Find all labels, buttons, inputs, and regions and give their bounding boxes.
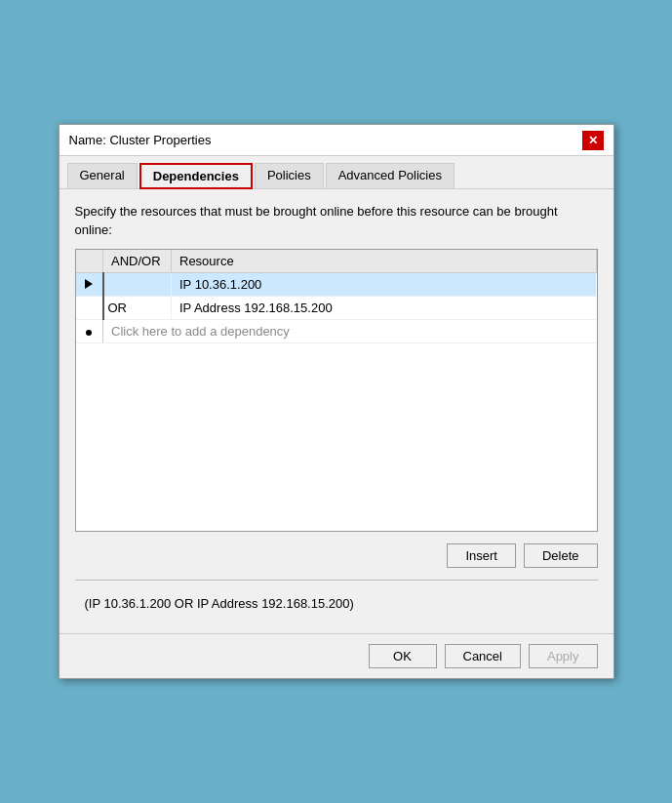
andor-cell[interactable]: OR [103, 296, 172, 319]
resource-cell[interactable]: IP 10.36.1.200 [172, 272, 597, 296]
dialog-window: Name: Cluster Properties ✕ General Depen… [59, 124, 614, 678]
add-dependency-row[interactable]: Click here to add a dependency [76, 319, 597, 342]
tab-policies[interactable]: Policies [255, 163, 324, 189]
tab-general[interactable]: General [67, 163, 138, 189]
tabs-bar: General Dependencies Policies Advanced P… [59, 156, 613, 189]
dialog-title: Name: Cluster Properties [69, 133, 212, 147]
tab-advanced-policies[interactable]: Advanced Policies [326, 163, 455, 189]
delete-button[interactable]: Delete [524, 543, 598, 568]
dependencies-grid[interactable]: AND/OR Resource IP 10.36.1.200 OR [75, 249, 598, 532]
table-row[interactable]: IP 10.36.1.200 [76, 272, 597, 296]
tab-dependencies[interactable]: Dependencies [139, 163, 253, 189]
description-text: Specify the resources that must be broug… [75, 203, 598, 238]
separator [75, 580, 598, 581]
row-indicator [76, 272, 103, 296]
content-area: Specify the resources that must be broug… [59, 189, 613, 632]
col-indicator [76, 250, 103, 273]
table-row[interactable]: OR IP Address 192.168.15.200 [76, 296, 597, 319]
dot-icon [86, 330, 92, 336]
footer-buttons: OK Cancel Apply [59, 633, 613, 678]
andor-cell[interactable] [103, 272, 172, 296]
insert-button[interactable]: Insert [447, 543, 516, 568]
apply-button[interactable]: Apply [529, 644, 598, 668]
row-indicator [76, 296, 103, 319]
grid-buttons: Insert Delete [75, 540, 598, 572]
add-dependency-text[interactable]: Click here to add a dependency [103, 319, 597, 342]
arrow-icon [85, 279, 93, 289]
resource-cell[interactable]: IP Address 192.168.15.200 [172, 296, 597, 319]
title-bar: Name: Cluster Properties ✕ [59, 125, 613, 156]
row-dot [76, 319, 103, 342]
ok-button[interactable]: OK [369, 644, 437, 668]
close-button[interactable]: ✕ [582, 131, 604, 150]
expression-text: (IP 10.36.1.200 OR IP Address 192.168.15… [75, 588, 598, 620]
col-resource: Resource [172, 250, 597, 273]
cancel-button[interactable]: Cancel [445, 644, 521, 668]
table-header-row: AND/OR Resource [76, 250, 597, 273]
col-andor: AND/OR [103, 250, 172, 273]
